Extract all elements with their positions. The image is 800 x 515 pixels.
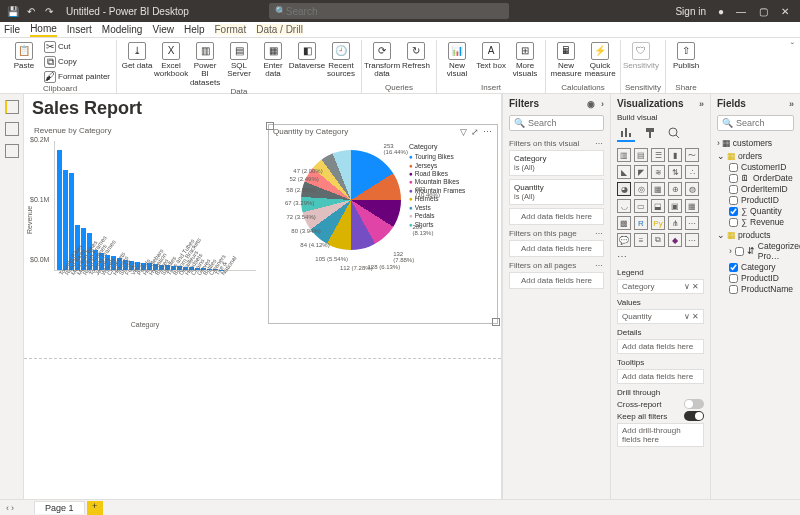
table-customers[interactable]: ›▦customers <box>717 138 794 148</box>
add-filter-drop[interactable]: Add data fields here <box>509 208 604 225</box>
details-drop[interactable]: Add data fields here <box>617 339 704 354</box>
field-orderdate[interactable]: 🗓OrderDate <box>729 173 794 183</box>
filter-card-category[interactable]: Categoryis (All) <box>509 150 604 176</box>
filters-search-input[interactable] <box>528 118 599 128</box>
menu-format[interactable]: Format <box>215 24 247 35</box>
field-productname[interactable]: ProductName <box>729 284 794 294</box>
menu-insert[interactable]: Insert <box>67 24 92 35</box>
report-canvas[interactable]: Sales Report Revenue by Category Revenue… <box>24 94 502 499</box>
fields-search-input[interactable] <box>736 118 789 128</box>
dataverse-button[interactable]: ◧Dataverse <box>291 40 323 70</box>
field-productid[interactable]: ProductID <box>729 195 794 205</box>
py-visual-icon[interactable]: Py <box>651 216 665 230</box>
enter-data-button[interactable]: ▦Enter data <box>257 40 289 79</box>
recent-sources-button[interactable]: 🕘Recent sources <box>325 40 357 79</box>
add-page-button[interactable]: + <box>87 501 103 515</box>
format-tab-icon[interactable] <box>641 124 659 142</box>
field-orderitemid[interactable]: OrderItemID <box>729 184 794 194</box>
map-icon[interactable]: ⊕ <box>668 182 682 196</box>
narrative-icon[interactable]: ≡ <box>634 233 648 247</box>
kpi-icon[interactable]: ⬓ <box>651 199 665 213</box>
add-filter-drop[interactable]: Add data fields here <box>509 240 604 257</box>
field-customerid[interactable]: CustomerID <box>729 162 794 172</box>
viz-more-icon[interactable]: ⋯ <box>611 251 710 262</box>
gauge-icon[interactable]: ◡ <box>617 199 631 213</box>
donut-chart-icon[interactable]: ◎ <box>634 182 648 196</box>
ribbon-chart-icon[interactable]: ≋ <box>651 165 665 179</box>
field-quantity[interactable]: ∑Quantity <box>729 206 794 216</box>
new-visual-button[interactable]: 📊New visual <box>441 40 473 79</box>
excel-button[interactable]: XExcel workbook <box>155 40 187 79</box>
bar[interactable] <box>63 170 68 270</box>
legend-item[interactable]: Pedals <box>409 212 465 220</box>
legend-field[interactable]: Category∨ ✕ <box>617 279 704 294</box>
clustered-bar-icon[interactable]: ☰ <box>651 148 665 162</box>
menu-modeling[interactable]: Modeling <box>102 24 143 35</box>
table-orders[interactable]: ⌄▦orders <box>717 151 794 161</box>
filters-search[interactable]: 🔍 <box>509 115 604 131</box>
user-avatar-icon[interactable]: ● <box>714 6 728 17</box>
legend-item[interactable]: Touring Bikes <box>409 153 465 161</box>
menu-data-drill[interactable]: Data / Drill <box>256 24 303 35</box>
table-products[interactable]: ⌄▦products <box>717 230 794 240</box>
field-category[interactable]: Category <box>729 262 794 272</box>
publish-button[interactable]: ⇧Publish <box>670 40 702 70</box>
transform-data-button[interactable]: ⟳Transform data <box>366 40 398 79</box>
cut-button[interactable]: ✂Cut <box>42 40 112 54</box>
more-visuals-button[interactable]: ⊞More visuals <box>509 40 541 79</box>
menu-view[interactable]: View <box>152 24 174 35</box>
prev-page-icon[interactable]: ‹ <box>6 503 9 513</box>
sign-in-link[interactable]: Sign in <box>675 6 706 17</box>
clustered-column-icon[interactable]: ▮ <box>668 148 682 162</box>
sql-server-button[interactable]: ▤SQL Server <box>223 40 255 79</box>
model-view-icon[interactable] <box>5 144 19 158</box>
decomposition-icon[interactable]: ⋯ <box>685 216 699 230</box>
qa-visual-icon[interactable]: 💬 <box>617 233 631 247</box>
filter-card-quantity[interactable]: Quantityis (All) <box>509 179 604 205</box>
paginated-icon[interactable]: ⧉ <box>651 233 665 247</box>
area-chart-icon[interactable]: ◣ <box>617 165 631 179</box>
menu-home[interactable]: Home <box>30 23 57 37</box>
get-more-visuals-icon[interactable]: ⋯ <box>685 233 699 247</box>
card-icon[interactable]: ▭ <box>634 199 648 213</box>
quick-measure-button[interactable]: ⚡Quick measure <box>584 40 616 79</box>
legend-item[interactable]: Vests <box>409 204 465 212</box>
save-icon[interactable]: 💾 <box>6 6 20 17</box>
sensitivity-button[interactable]: 🛡Sensitivity <box>625 40 657 70</box>
collapse-panel-icon[interactable]: › <box>601 99 604 109</box>
minimize-button[interactable]: — <box>730 6 752 17</box>
more-icon[interactable]: ⋯ <box>595 139 604 148</box>
paste-button[interactable]: 📋Paste <box>8 40 40 70</box>
redo-icon[interactable]: ↷ <box>42 6 56 17</box>
pie-chart-visual[interactable]: ▽ ⤢ ⋯ Quantity by Category 253 (16.44%)2… <box>268 124 498 324</box>
text-box-button[interactable]: AText box <box>475 40 507 70</box>
copy-button[interactable]: ⧉Copy <box>42 55 112 69</box>
keep-filters-toggle[interactable] <box>684 411 704 421</box>
matrix-icon[interactable]: ▩ <box>617 216 631 230</box>
more-options-icon[interactable]: ⋯ <box>483 127 493 137</box>
pbi-datasets-button[interactable]: ▥Power BI datasets <box>189 40 221 87</box>
tooltips-drop[interactable]: Add data fields here <box>617 369 704 384</box>
close-button[interactable]: ✕ <box>774 6 796 17</box>
field-revenue[interactable]: ∑Revenue <box>729 217 794 227</box>
global-search[interactable]: 🔍 <box>269 3 509 19</box>
key-influencers-icon[interactable]: ⋔ <box>668 216 682 230</box>
menu-file[interactable]: File <box>4 24 20 35</box>
refresh-button[interactable]: ↻Refresh <box>400 40 432 70</box>
collapse-panel-icon[interactable]: » <box>789 99 794 109</box>
data-view-icon[interactable] <box>5 122 19 136</box>
next-page-icon[interactable]: › <box>11 503 14 513</box>
bar-chart-visual[interactable]: Revenue by Category Revenue $0.2M $0.1M … <box>30 124 260 324</box>
filter-icon[interactable]: ▽ <box>460 127 467 137</box>
field-categorized-product[interactable]: ›⇵Categorized Pro… <box>729 241 794 261</box>
treemap-icon[interactable]: ▦ <box>651 182 665 196</box>
menu-help[interactable]: Help <box>184 24 205 35</box>
line-chart-icon[interactable]: 〜 <box>685 148 699 162</box>
waterfall-icon[interactable]: ⇅ <box>668 165 682 179</box>
legend-item[interactable]: Road Bikes <box>409 170 465 178</box>
table-icon[interactable]: ▦ <box>685 199 699 213</box>
pie-chart-icon[interactable]: ◕ <box>617 182 631 196</box>
global-search-input[interactable] <box>286 6 486 17</box>
more-icon[interactable]: ⋯ <box>595 261 604 270</box>
build-tab-icon[interactable] <box>617 124 635 142</box>
